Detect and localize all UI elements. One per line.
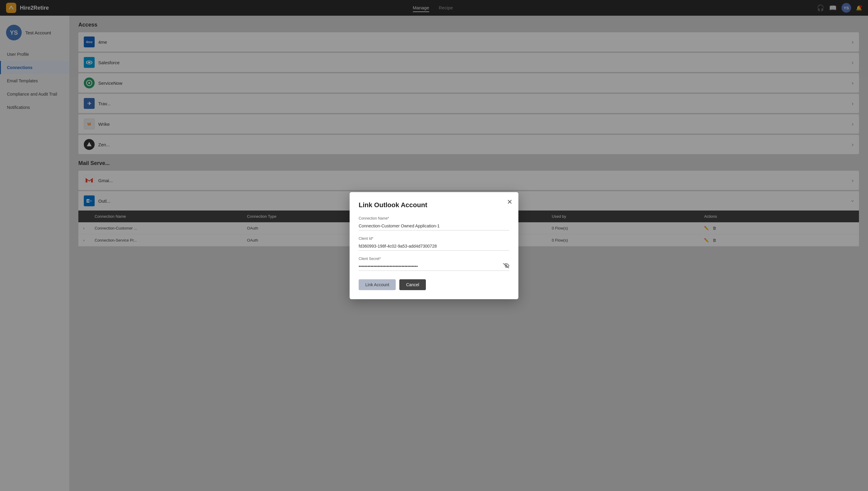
- modal-title: Link Outlook Account: [359, 201, 509, 209]
- client-id-group: Client Id*: [359, 236, 509, 251]
- client-id-label: Client Id*: [359, 236, 509, 241]
- modal-overlay: Link Outlook Account ✕ Connection Name* …: [0, 0, 868, 491]
- link-account-button[interactable]: Link Account: [359, 279, 396, 290]
- modal-close-button[interactable]: ✕: [507, 198, 513, 206]
- client-secret-group: Client Secret*: [359, 257, 509, 271]
- password-wrapper: [359, 262, 509, 271]
- connection-name-input[interactable]: [359, 222, 509, 230]
- connection-name-group: Connection Name*: [359, 216, 509, 230]
- client-id-input[interactable]: [359, 242, 509, 251]
- client-secret-input[interactable]: [359, 262, 509, 271]
- toggle-password-button[interactable]: [503, 263, 509, 270]
- modal-actions: Link Account Cancel: [359, 279, 509, 290]
- client-secret-label: Client Secret*: [359, 257, 509, 261]
- connection-name-label: Connection Name*: [359, 216, 509, 221]
- cancel-button[interactable]: Cancel: [399, 279, 426, 290]
- link-outlook-modal: Link Outlook Account ✕ Connection Name* …: [350, 192, 518, 299]
